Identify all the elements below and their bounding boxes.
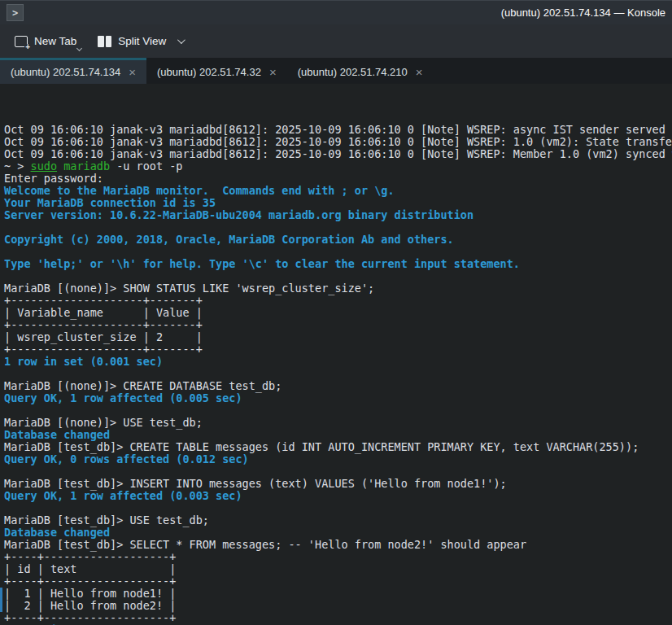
split-view-label: Split View bbox=[118, 35, 166, 47]
terminal-line: Query OK, 0 rows affected (0.012 sec) bbox=[4, 453, 672, 465]
new-tab-button[interactable]: + New Tab bbox=[8, 30, 83, 52]
close-icon[interactable]: × bbox=[269, 66, 277, 78]
terminal-line: MariaDB [test_db]> USE test_db; bbox=[4, 514, 672, 527]
terminal-line: Database changed bbox=[4, 429, 672, 441]
terminal-line: | id | text | bbox=[4, 563, 672, 575]
terminal-line: +--------------------+-------+ bbox=[4, 319, 672, 331]
konsole-window: > (ubuntu) 202.51.74.134 — Konsole + New… bbox=[0, 0, 672, 625]
terminal-line: Database changed bbox=[4, 527, 672, 539]
terminal-line: Copyright (c) 2000, 2018, Oracle, MariaD… bbox=[4, 234, 672, 246]
titlebar[interactable]: > (ubuntu) 202.51.74.134 — Konsole bbox=[0, 0, 672, 24]
caret-down-icon[interactable] bbox=[76, 46, 82, 51]
terminal-line: Oct 09 16:06:10 janak-v3 mariadbd[8612]:… bbox=[4, 136, 672, 148]
terminal-line: Your MariaDB connection id is 35 bbox=[4, 197, 672, 209]
terminal-line: MariaDB [test_db]> SELECT * FROM message… bbox=[4, 539, 672, 551]
tab-label: (ubuntu) 202.51.74.134 bbox=[11, 66, 120, 78]
terminal-line: Enter password: bbox=[4, 173, 672, 185]
terminal-line bbox=[4, 270, 672, 282]
terminal-line: Server version: 10.6.22-MariaDB-ubu2004 … bbox=[4, 209, 672, 221]
terminal-line: | 1 | Hello from node1! | bbox=[4, 588, 672, 600]
terminal-line: Query OK, 1 row affected (0.003 sec) bbox=[4, 490, 672, 502]
toolbar: + New Tab Split View bbox=[0, 24, 672, 58]
terminal-line: Welcome to the MariaDB monitor. Commands… bbox=[4, 185, 672, 197]
terminal-line: | Variable_name | Value | bbox=[4, 307, 672, 319]
terminal-line: ~ > sudo mariadb -u root -p bbox=[4, 160, 672, 173]
terminal-line: | 2 | Hello from node2! | bbox=[4, 600, 672, 612]
terminal-line: | wsrep_cluster_size | 2 | bbox=[4, 331, 672, 343]
window-title: (ubuntu) 202.51.74.134 — Konsole bbox=[24, 7, 665, 19]
terminal-line: Oct 09 16:06:10 janak-v3 mariadbd[8612]:… bbox=[4, 124, 672, 136]
terminal-line bbox=[4, 221, 672, 234]
terminal-line bbox=[4, 404, 672, 417]
terminal-line bbox=[4, 502, 672, 514]
new-output-indicator bbox=[0, 588, 2, 612]
terminal-line: Type 'help;' or '\h' for help. Type '\c'… bbox=[4, 258, 672, 270]
terminal-line: Query OK, 1 row affected (0.005 sec) bbox=[4, 392, 672, 404]
terminal-line: MariaDB [(none)]> CREATE DATABASE test_d… bbox=[4, 380, 672, 392]
terminal-output[interactable]: Oct 09 16:06:10 janak-v3 mariadbd[8612]:… bbox=[0, 84, 672, 625]
terminal-line: +--------------------+-------+ bbox=[4, 295, 672, 307]
terminal-line bbox=[4, 368, 672, 380]
terminal-line: MariaDB [(none)]> SHOW STATUS LIKE 'wsre… bbox=[4, 282, 672, 295]
split-view-button[interactable]: Split View bbox=[91, 30, 190, 52]
terminal-line: +--------------------+-------+ bbox=[4, 343, 672, 356]
tab-ubuntu-202-51-74-210[interactable]: (ubuntu) 202.51.74.210 × bbox=[287, 58, 434, 84]
close-icon[interactable]: × bbox=[416, 66, 423, 78]
new-tab-label: New Tab bbox=[34, 35, 76, 47]
split-view-icon bbox=[98, 36, 111, 47]
terminal-line: Oct 09 16:06:10 janak-v3 mariadbd[8612]:… bbox=[4, 148, 672, 160]
tab-label: (ubuntu) 202.51.74.210 bbox=[298, 66, 408, 78]
tab-bar: (ubuntu) 202.51.74.134 × (ubuntu) 202.51… bbox=[0, 58, 672, 84]
terminal-line bbox=[4, 465, 672, 478]
terminal-line: MariaDB [test_db]> INSERT INTO messages … bbox=[4, 478, 672, 490]
konsole-app-icon[interactable]: > bbox=[7, 4, 24, 21]
tab-label: (ubuntu) 202.51.74.32 bbox=[157, 66, 261, 78]
terminal-line: +----+-------------------+ bbox=[4, 575, 672, 588]
close-icon[interactable]: × bbox=[129, 66, 136, 78]
tab-ubuntu-202-51-74-134[interactable]: (ubuntu) 202.51.74.134 × bbox=[0, 58, 146, 84]
terminal-line: +----+-------------------+ bbox=[4, 551, 672, 563]
tab-ubuntu-202-51-74-32[interactable]: (ubuntu) 202.51.74.32 × bbox=[146, 58, 287, 84]
terminal-line: +----+-------------------+ bbox=[4, 612, 672, 624]
terminal-line: MariaDB [(none)]> USE test_db; bbox=[4, 417, 672, 429]
new-tab-icon: + bbox=[15, 36, 28, 47]
terminal-line: MariaDB [test_db]> CREATE TABLE messages… bbox=[4, 441, 672, 453]
caret-down-icon[interactable] bbox=[177, 36, 185, 44]
terminal-line: 1 row in set (0.001 sec) bbox=[4, 356, 672, 368]
terminal-line bbox=[4, 246, 672, 258]
